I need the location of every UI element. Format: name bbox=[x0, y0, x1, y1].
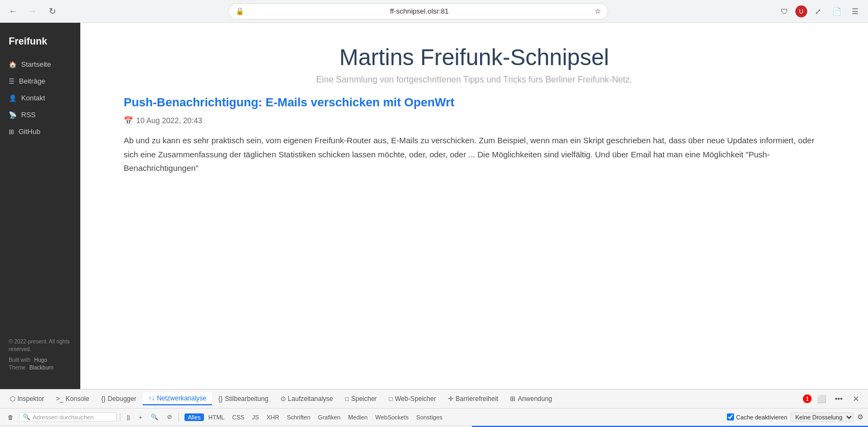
site-title: Martins Freifunk-Schnipsel bbox=[124, 44, 825, 71]
filter-html[interactable]: HTML bbox=[205, 413, 228, 421]
tab-label-barrierefreiheit: Barrierefreiheit bbox=[456, 395, 499, 403]
sidebar: Freifunk 🏠 Startseite ☰ Beiträge 👤 Konta… bbox=[0, 23, 80, 389]
user-icon: 👤 bbox=[9, 94, 17, 102]
browser-actions: 🛡 U ⤢ 📄 ☰ bbox=[777, 4, 863, 19]
clear-button[interactable]: 🗑 bbox=[4, 413, 17, 422]
search-placeholder: Adressen durchsuchen bbox=[33, 414, 94, 420]
tab-stilbearbeitung[interactable]: {} Stilbearbeitung bbox=[213, 393, 274, 405]
github-icon: ⊞ bbox=[9, 128, 14, 136]
star-icon[interactable]: ☆ bbox=[595, 7, 601, 15]
post-title[interactable]: Push-Benachrichtigung: E-Mails verschick… bbox=[124, 95, 825, 110]
perf-icon: ⊙ bbox=[280, 395, 286, 403]
main-layout: Freifunk 🏠 Startseite ☰ Beiträge 👤 Konta… bbox=[0, 23, 868, 389]
debugger-icon: {} bbox=[101, 395, 105, 403]
tab-debugger[interactable]: {} Debugger bbox=[95, 393, 142, 405]
error-badge: 1 bbox=[803, 394, 812, 403]
sidebar-item-github[interactable]: ⊞ GitHub bbox=[0, 123, 80, 140]
shield-icon[interactable]: 🛡 bbox=[777, 4, 792, 19]
webstorage-icon: □ bbox=[389, 395, 393, 403]
hugo-link[interactable]: Hugo bbox=[34, 357, 47, 363]
post-meta: 📅 10 Aug 2022, 20:43 bbox=[124, 116, 825, 125]
pause-btn[interactable]: || bbox=[124, 413, 133, 422]
blackburn-link[interactable]: Blackburn bbox=[29, 365, 53, 371]
close-devtools-icon[interactable]: ✕ bbox=[848, 391, 864, 406]
more-options-icon[interactable]: ••• bbox=[831, 391, 846, 406]
page-content: Martins Freifunk-Schnipsel Eine Sammlung… bbox=[80, 23, 868, 389]
konsole-icon: >_ bbox=[56, 395, 63, 403]
tab-laufzeitanalyse[interactable]: ⊙ Laufzeitanalyse bbox=[275, 393, 339, 405]
sidebar-label-kontakt: Kontakt bbox=[21, 94, 45, 102]
filter-sonstiges[interactable]: Sonstiges bbox=[413, 413, 445, 421]
cache-checkbox-label[interactable]: Cache deaktivieren bbox=[727, 413, 787, 420]
filter-css[interactable]: CSS bbox=[229, 413, 248, 421]
back-button[interactable]: ← bbox=[5, 4, 21, 19]
browser-chrome: ← → ↻ 🔒 ff-schnipsel.olsr:81 ☆ 🛡 U ⤢ 📄 ☰ bbox=[0, 0, 868, 23]
tab-label-webspeicher: Web-Speicher bbox=[395, 395, 436, 403]
list-icon: ☰ bbox=[9, 78, 15, 85]
network-toolbar: 🗑 🔍 Adressen durchsuchen || + 🔍 ⊘ Alles … bbox=[0, 409, 868, 426]
filter-icon: 🔍 bbox=[23, 413, 30, 420]
add-btn[interactable]: + bbox=[136, 413, 145, 422]
tab-label-stilbearbeitung: Stilbearbeitung bbox=[225, 395, 269, 403]
tab-speicher[interactable]: □ Speicher bbox=[340, 393, 382, 405]
app-icon: ⊞ bbox=[510, 395, 515, 403]
gear-icon[interactable]: ⚙ bbox=[857, 413, 864, 421]
built-with-text: Built with bbox=[9, 357, 30, 363]
tab-anwendung[interactable]: ⊞ Anwendung bbox=[505, 393, 557, 405]
menu-icon[interactable]: ☰ bbox=[847, 4, 863, 19]
tab-label-anwendung: Anwendung bbox=[518, 395, 552, 403]
tab-label-laufzeitanalyse: Laufzeitanalyse bbox=[288, 395, 333, 403]
separator bbox=[120, 413, 120, 422]
site-header: Martins Freifunk-Schnipsel Eine Sammlung… bbox=[124, 23, 825, 95]
sidebar-item-kontakt[interactable]: 👤 Kontakt bbox=[0, 90, 80, 106]
sidebar-item-beitraege[interactable]: ☰ Beiträge bbox=[0, 73, 80, 90]
dock-icon[interactable]: ⬜ bbox=[814, 391, 829, 406]
tab-label-inspektor: Inspektor bbox=[17, 395, 44, 403]
rss-icon: 📡 bbox=[9, 111, 17, 119]
url-text: ff-schnipsel.olsr:81 bbox=[247, 7, 591, 15]
extensions-icon[interactable]: U bbox=[795, 5, 807, 17]
tab-webspeicher[interactable]: □ Web-Speicher bbox=[384, 393, 442, 405]
cache-checkbox[interactable] bbox=[727, 413, 734, 420]
zoom-btn[interactable]: 🔍 bbox=[148, 412, 162, 422]
expand-icon[interactable]: ⤢ bbox=[810, 4, 826, 19]
reload-button[interactable]: ↻ bbox=[44, 4, 60, 19]
calendar-icon: 📅 bbox=[124, 116, 133, 125]
sidebar-footer: © 2022-present. All rights reserved. Bui… bbox=[0, 329, 80, 380]
throttle-select[interactable]: Keine Drosselung bbox=[790, 412, 854, 422]
filter-xhr[interactable]: XHR bbox=[263, 413, 282, 421]
inspektor-icon: ⬡ bbox=[10, 395, 15, 403]
filter-websockets[interactable]: WebSockets bbox=[372, 413, 412, 421]
search-bar[interactable]: 🔍 Adressen durchsuchen bbox=[19, 412, 117, 422]
tab-barrierefreiheit[interactable]: ✛ Barrierefreiheit bbox=[443, 393, 504, 405]
post-container: Push-Benachrichtigung: E-Mails verschick… bbox=[124, 95, 825, 175]
address-bar[interactable]: 🔒 ff-schnipsel.olsr:81 ☆ bbox=[228, 3, 608, 20]
cache-label: Cache deaktivieren bbox=[736, 414, 787, 420]
tab-netzwerkanalyse[interactable]: ↑↓ Netzwerkanalyse bbox=[143, 392, 212, 405]
sidebar-label-beitraege: Beiträge bbox=[19, 77, 45, 85]
filter-schriften[interactable]: Schriften bbox=[284, 413, 314, 421]
forward-button[interactable]: → bbox=[25, 4, 40, 19]
sidebar-label-rss: RSS bbox=[21, 111, 36, 119]
tab-label-netzwerkanalyse: Netzwerkanalyse bbox=[157, 394, 206, 402]
devtools-tabs: ⬡ Inspektor >_ Konsole {} Debugger ↑↓ Ne… bbox=[0, 390, 868, 409]
sidebar-item-startseite[interactable]: 🏠 Startseite bbox=[0, 56, 80, 73]
theme-text: Theme bbox=[9, 365, 25, 371]
sidebar-title: Freifunk bbox=[0, 31, 80, 56]
sidebar-item-rss[interactable]: 📡 RSS bbox=[0, 106, 80, 123]
filter-grafiken[interactable]: Grafiken bbox=[315, 413, 344, 421]
sidebar-label-startseite: Startseite bbox=[21, 60, 51, 68]
filter-alles[interactable]: Alles bbox=[184, 413, 204, 421]
reader-icon[interactable]: 📄 bbox=[829, 4, 844, 19]
tab-konsole[interactable]: >_ Konsole bbox=[50, 393, 94, 405]
post-date: 10 Aug 2022, 20:43 bbox=[136, 116, 202, 125]
no-throttle-btn[interactable]: ⊘ bbox=[164, 412, 175, 422]
separator2 bbox=[178, 413, 179, 422]
post-body: Ab und zu kann es sehr praktisch sein, v… bbox=[124, 133, 825, 175]
filter-js[interactable]: JS bbox=[249, 413, 263, 421]
filter-medien[interactable]: Medien bbox=[345, 413, 371, 421]
tab-label-speicher: Speicher bbox=[351, 395, 376, 403]
site-subtitle: Eine Sammlung von fortgeschrittenen Tipp… bbox=[124, 75, 825, 85]
tab-inspektor[interactable]: ⬡ Inspektor bbox=[4, 393, 49, 405]
tab-label-debugger: Debugger bbox=[107, 395, 136, 403]
